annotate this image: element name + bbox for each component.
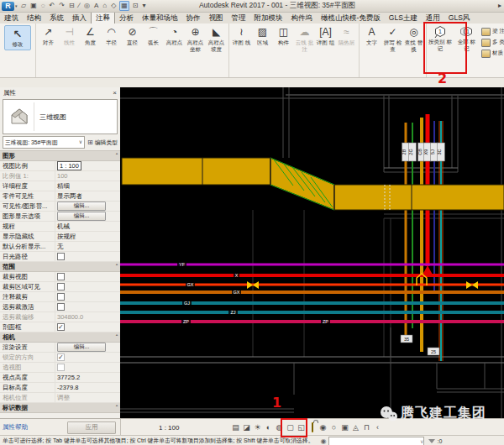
undo-icon[interactable]: ↶ (49, 2, 56, 10)
lock-3d-view-icon[interactable] (307, 420, 318, 435)
app-menu-button[interactable]: R (2, 2, 14, 11)
prop-value-cell[interactable]: -2379.8 (55, 383, 120, 392)
save-icon[interactable]: ▣ (29, 2, 38, 10)
drawing-viewport[interactable]: 2B2GCBX95J3CYFXGXGXGJZJZPZP3525 (120, 87, 504, 418)
tab-3[interactable]: 插入 (68, 13, 91, 24)
tag-side-0-button[interactable]: 梁 注释 (481, 26, 504, 37)
workset-dropdown[interactable]: ∨ (328, 437, 424, 445)
visual-style-icon[interactable]: ◪ (241, 420, 252, 435)
dimension-5-button[interactable]: ⌒弧长 (143, 24, 164, 46)
prop-checkbox[interactable] (57, 293, 65, 301)
prop-section-11[interactable]: 范围ˆ (0, 262, 120, 272)
text-icon[interactable]: A (93, 2, 99, 10)
tab-6[interactable]: 体量和场地 (138, 13, 182, 24)
temporary-view-properties-icon[interactable]: ▣ (339, 420, 350, 435)
type-selector[interactable]: 三维视图 (3, 99, 118, 134)
filter-icon[interactable] (428, 439, 435, 443)
dimension-1-button[interactable]: ⊣线性 (59, 24, 80, 46)
tab-2[interactable]: 系统 (45, 13, 68, 24)
collapse-icon[interactable]: ˆ (116, 151, 118, 160)
tab-7[interactable]: 协作 (182, 13, 205, 24)
worksets-icon[interactable]: ◉ (320, 437, 326, 445)
prop-edit-button[interactable]: 编辑... (57, 202, 106, 211)
prop-value-cell[interactable]: 编辑... (55, 202, 120, 211)
measure-icon[interactable]: ⊟ (68, 2, 76, 10)
tag-icon[interactable]: ◎ (83, 2, 91, 10)
prop-value-cell[interactable]: 无 (55, 242, 120, 251)
properties-help-link[interactable]: 属性帮助 (3, 423, 28, 432)
open-icon[interactable]: ▱ (20, 2, 27, 10)
edit-type-button[interactable]: ⊞ 编辑类型 (85, 139, 118, 147)
prop-value-cell[interactable]: 编辑... (55, 212, 120, 221)
collapse-icon[interactable]: ˆ (116, 262, 118, 271)
prop-checkbox[interactable] (57, 273, 65, 280)
detail-0-button[interactable]: ≀详图 线 (231, 24, 252, 46)
prop-section-18[interactable]: 相机ˆ (0, 332, 120, 343)
prop-value-cell[interactable] (55, 353, 120, 362)
dimension-4-button[interactable]: ⊘直径 (122, 24, 143, 46)
show-constraints-icon[interactable]: ⊓ (361, 420, 372, 435)
tag-side-2-button[interactable]: 材质 标 (481, 48, 504, 59)
tab-1[interactable]: 结构 (23, 13, 45, 24)
prop-checkbox[interactable] (57, 283, 65, 291)
prop-value-cell[interactable]: 37725.2 (55, 373, 120, 382)
prop-value-cell[interactable] (55, 292, 120, 301)
sync-icon[interactable]: ◌ (40, 2, 46, 10)
text-2-button[interactable]: ◎查找 替换 (403, 24, 424, 52)
prop-edit-button[interactable]: 编辑... (57, 343, 106, 352)
prop-value-cell[interactable]: 调整 (55, 393, 120, 402)
properties-close-icon[interactable]: × (113, 89, 117, 97)
titlebar-expand-icon[interactable]: ▸ (498, 2, 501, 9)
reveal-hidden-elements-icon[interactable]: ○ (328, 420, 339, 435)
tag-side-1-button[interactable]: 多 类别 (481, 37, 504, 48)
thin-lines-icon[interactable]: ▤ (230, 420, 241, 435)
apply-button[interactable]: 应用 (67, 421, 116, 434)
dimension-7-button[interactable]: ⊕高程点 坐标 (185, 24, 206, 52)
prop-value-cell[interactable] (55, 252, 120, 261)
dimension-6-button[interactable]: ◔高程点 (164, 24, 185, 46)
prop-value-cell[interactable] (55, 282, 120, 291)
temporary-hide-isolate-icon[interactable]: ◉ (318, 420, 328, 435)
dimension-0-button[interactable]: ↗对齐 (38, 24, 59, 46)
prop-section-25[interactable]: 标识数据ˆ (0, 403, 120, 413)
prop-value-cell[interactable]: 机械 (55, 222, 120, 231)
collapse-icon[interactable]: ˆ (116, 332, 118, 342)
detail-2-button[interactable]: ◫构件 (273, 24, 294, 46)
tab-13[interactable]: GLS土建 (385, 13, 422, 24)
view-scale-button[interactable]: 1 : 100 (159, 424, 209, 432)
prop-value-cell[interactable] (55, 302, 120, 312)
detail-4-button[interactable]: [A]详图 组 (315, 24, 336, 46)
tab-8[interactable]: 视图 (205, 13, 228, 24)
modify-button[interactable]: ↖ 修改 (4, 25, 31, 50)
properties-header[interactable]: 属性 × (0, 87, 120, 98)
detail-3-button[interactable]: ☁云线 批注 (294, 24, 315, 52)
sun-path-icon[interactable]: ☀ (252, 420, 263, 435)
prop-value-cell[interactable] (55, 272, 120, 281)
duct[interactable] (122, 158, 504, 210)
detail-5-button[interactable]: ≈隔热层 (336, 24, 357, 46)
shadows-icon[interactable]: ◐ (263, 420, 274, 435)
prop-value-cell[interactable]: 304800.0 (55, 312, 120, 322)
show-analytical-model-icon[interactable]: ◬ (350, 420, 361, 435)
prop-value-cell[interactable] (55, 363, 120, 372)
collapse-icon[interactable]: ˆ (116, 403, 118, 412)
prop-value-cell[interactable]: 按规程 (55, 232, 120, 241)
text-1-button[interactable]: ✓拼写 检查 (382, 24, 403, 52)
tab-11[interactable]: 构件坞 (287, 13, 318, 24)
dimension-2-button[interactable]: ∠角度 (80, 24, 101, 46)
dimension-8-button[interactable]: ◣高程点 坡度 (206, 24, 227, 52)
tab-9[interactable]: 管理 (228, 13, 250, 24)
tab-12[interactable]: 橄榄山快模-免费版 (317, 13, 385, 24)
tab-0[interactable]: 建筑 (0, 13, 23, 24)
detail-1-button[interactable]: ▨区域 (252, 24, 273, 46)
prop-value-cell[interactable]: 100 (55, 171, 120, 181)
aligned-dimension-icon[interactable]: ∕ (78, 2, 81, 10)
prop-value-cell[interactable] (55, 322, 120, 332)
prop-value-cell[interactable]: 显示两者 (55, 191, 120, 201)
text-0-button[interactable]: A文字 (361, 24, 382, 46)
prop-checkbox[interactable] (57, 364, 65, 371)
prop-checkbox[interactable] (57, 323, 65, 331)
tab-10[interactable]: 附加模块 (250, 13, 287, 24)
tab-5[interactable]: 分析 (115, 13, 138, 24)
redo-icon[interactable]: ↷ (58, 2, 66, 10)
